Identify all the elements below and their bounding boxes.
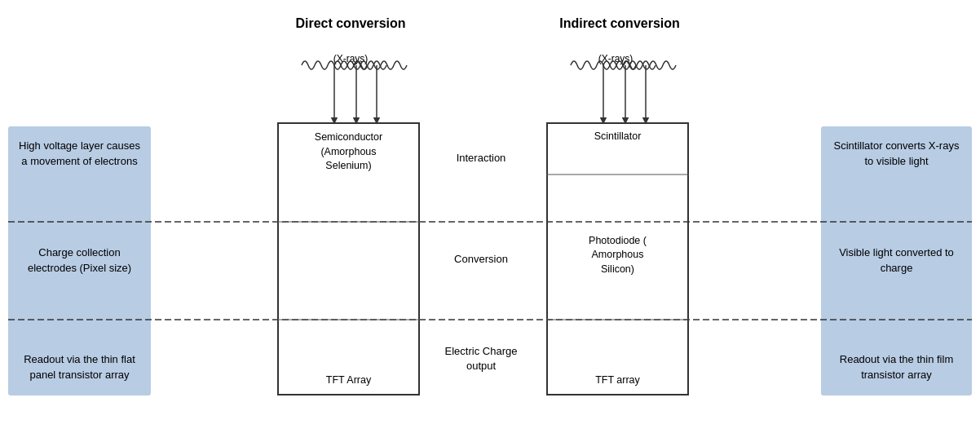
direct-detector-box: Semiconductor(AmorphousSelenium) TFT Arr… [277, 122, 420, 395]
left-info-item-2: Charge collection electrodes (Pixel size… [16, 245, 143, 276]
direct-tft-label: TFT Array [279, 374, 418, 386]
left-info-item-1: High voltage layer causes a movement of … [16, 139, 143, 170]
indirect-tft-label: TFT array [548, 374, 687, 386]
conversion-label: Conversion [424, 253, 538, 265]
right-info-item-1: Scintillator converts X-rays to visible … [829, 139, 964, 170]
left-info-item-3: Readout via the thin flat panel transist… [16, 352, 143, 383]
left-info-box: High voltage layer causes a movement of … [8, 126, 151, 395]
indirect-photodiode-label: Photodiode (AmorphousSilicon) [548, 233, 687, 276]
xray-label-direct: (X-rays) [294, 53, 408, 64]
right-info-box: Scintillator converts X-rays to visible … [821, 126, 972, 395]
indirect-conversion-title: Indirect conversion [538, 16, 701, 31]
interaction-label: Interaction [424, 152, 538, 164]
direct-semiconductor-label: Semiconductor(AmorphousSelenium) [279, 130, 418, 174]
electric-charge-label: Electric Chargeoutput [420, 344, 542, 373]
indirect-detector-box: Scintillator Photodiode (AmorphousSilico… [546, 122, 689, 395]
main-diagram: Direct conversion Indirect conversion Hi… [0, 0, 980, 433]
indirect-scintillator-label: Scintillator [548, 130, 687, 142]
xray-label-indirect: (X-rays) [558, 53, 673, 64]
right-info-item-2: Visible light converted to charge [829, 245, 964, 276]
right-info-item-3: Readout via the thin film transistor arr… [829, 352, 964, 383]
direct-conversion-title: Direct conversion [277, 16, 424, 31]
